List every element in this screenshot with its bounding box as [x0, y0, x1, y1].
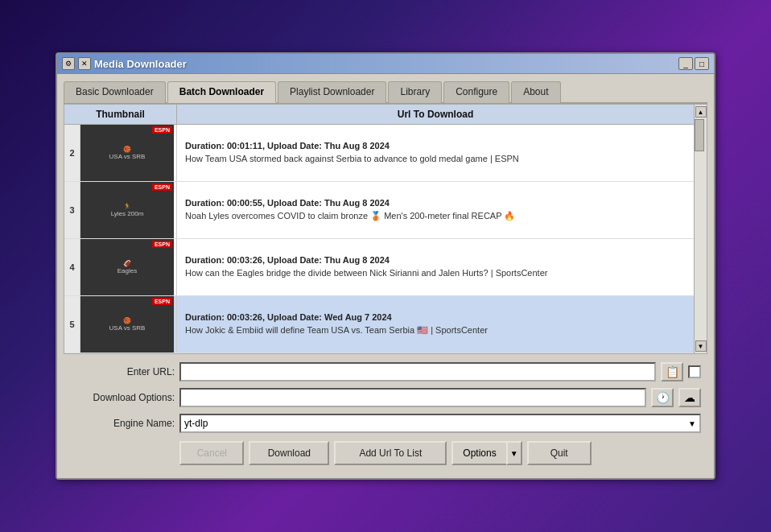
table-body: 2 ESPN 🏀USA vs SRB Duration: 00:01:11, U…	[64, 125, 694, 353]
scroll-area	[695, 118, 707, 340]
tab-configure[interactable]: Configure	[443, 81, 509, 103]
cancel-button[interactable]: Cancel	[179, 441, 244, 465]
content-area: Basic Downloader Batch Downloader Playli…	[57, 74, 714, 478]
table-header: Thumbnail Url To Download	[64, 105, 694, 125]
download-button[interactable]: Download	[249, 441, 329, 465]
row-duration: Duration: 00:01:11, Upload Date: Thu Aug…	[185, 141, 686, 151]
quit-button[interactable]: Quit	[527, 441, 592, 465]
add-to-list-button[interactable]: Add Url To List	[334, 441, 447, 465]
row-thumb-area: 5 ESPN 🏀USA vs SRB	[64, 296, 177, 353]
options-button-group: Options ▼	[451, 441, 522, 465]
thumbnail-image: ESPN 🏀USA vs SRB	[80, 296, 174, 353]
thumbnail-image: ESPN 🏃Lyles 200m	[80, 182, 174, 238]
engine-value: yt-dlp	[184, 418, 208, 429]
url-label: Enter URL:	[70, 366, 175, 377]
row-number: 4	[64, 239, 80, 295]
window-title: Media Downloader	[94, 58, 187, 70]
table-row[interactable]: 5 ESPN 🏀USA vs SRB Duration: 00:03:26, U…	[64, 296, 694, 353]
row-title: Noah Lyles overcomes COVID to claim bron…	[185, 210, 686, 221]
row-thumb-area: 3 ESPN 🏃Lyles 200m	[64, 182, 177, 238]
row-info: Duration: 00:01:11, Upload Date: Thu Aug…	[177, 125, 694, 181]
table-row[interactable]: 4 ESPN 🏈Eagles Duration: 00:03:26, Uploa…	[64, 239, 694, 296]
engine-label: Engine Name:	[70, 418, 175, 429]
url-input[interactable]	[179, 362, 656, 381]
batch-table: Thumbnail Url To Download 2 ESPN 🏀USA vs…	[64, 104, 707, 354]
download-options-label: Download Options:	[70, 392, 175, 403]
table-container: Thumbnail Url To Download 2 ESPN 🏀USA vs…	[64, 105, 694, 353]
thumb-placeholder: ESPN 🏀USA vs SRB	[80, 125, 174, 181]
window-icon-btn[interactable]: ⚙	[62, 57, 75, 70]
download-options-row: Download Options: 🕐 ☁	[70, 388, 701, 407]
row-title: How Jokic & Embiid will define Team USA …	[185, 324, 686, 336]
url-checkbox[interactable]	[688, 365, 701, 378]
row-number: 5	[64, 296, 80, 353]
tab-playlist[interactable]: Playlist Downloader	[278, 81, 386, 103]
row-info: Duration: 00:03:26, Upload Date: Thu Aug…	[177, 239, 694, 295]
title-bar-controls: _ □	[678, 57, 709, 70]
row-number: 3	[64, 182, 80, 238]
row-number: 2	[64, 125, 80, 181]
col-thumbnail: Thumbnail	[64, 105, 177, 124]
row-duration: Duration: 00:03:26, Upload Date: Wed Aug…	[185, 312, 686, 322]
row-thumb-area: 2 ESPN 🏀USA vs SRB	[64, 125, 177, 181]
clipboard-btn[interactable]: 📋	[661, 362, 683, 381]
form-area: Enter URL: 📋 Download Options: 🕐 ☁ Engin…	[64, 354, 707, 441]
engine-select[interactable]: yt-dlp ▼	[179, 414, 701, 433]
thumb-placeholder: ESPN 🏀USA vs SRB	[80, 296, 174, 353]
select-arrow-icon: ▼	[688, 419, 696, 428]
download-options-input[interactable]	[179, 388, 646, 407]
thumbnail-image: ESPN 🏈Eagles	[80, 239, 174, 295]
col-url: Url To Download	[177, 105, 694, 124]
thumb-placeholder: ESPN 🏈Eagles	[80, 239, 174, 295]
title-bar: ⚙ ✕ Media Downloader _ □	[57, 54, 714, 74]
tab-library[interactable]: Library	[388, 81, 442, 103]
scrollbar[interactable]: ▲ ▼	[694, 105, 707, 353]
close-btn[interactable]: ✕	[78, 57, 91, 70]
table-row[interactable]: 3 ESPN 🏃Lyles 200m Duration: 00:00:55, U…	[64, 182, 694, 239]
table-row[interactable]: 2 ESPN 🏀USA vs SRB Duration: 00:01:11, U…	[64, 125, 694, 182]
row-info: Duration: 00:00:55, Upload Date: Thu Aug…	[177, 182, 694, 238]
tab-bar: Basic Downloader Batch Downloader Playli…	[64, 80, 707, 104]
minimize-btn[interactable]: _	[678, 57, 693, 70]
history-btn[interactable]: 🕐	[651, 388, 674, 407]
options-dropdown-btn[interactable]: ▼	[506, 441, 522, 465]
thumbnail-image: ESPN 🏀USA vs SRB	[80, 125, 174, 181]
tab-about[interactable]: About	[511, 81, 560, 103]
url-row: Enter URL: 📋	[70, 362, 701, 381]
sync-btn[interactable]: ☁	[678, 388, 701, 407]
scroll-thumb[interactable]	[695, 119, 704, 151]
options-button[interactable]: Options	[451, 441, 505, 465]
row-duration: Duration: 00:00:55, Upload Date: Thu Aug…	[185, 198, 686, 208]
thumb-placeholder: ESPN 🏃Lyles 200m	[80, 182, 174, 238]
maximize-btn[interactable]: □	[695, 57, 709, 70]
scroll-down-btn[interactable]: ▼	[695, 340, 707, 352]
row-title: How can the Eagles bridge the divide bet…	[185, 267, 686, 278]
tab-batch[interactable]: Batch Downloader	[167, 81, 276, 103]
scroll-up-btn[interactable]: ▲	[695, 106, 707, 118]
button-row: Cancel Download Add Url To List Options …	[64, 441, 707, 472]
row-duration: Duration: 00:03:26, Upload Date: Thu Aug…	[185, 255, 686, 265]
row-thumb-area: 4 ESPN 🏈Eagles	[64, 239, 177, 295]
main-window: ⚙ ✕ Media Downloader _ □ Basic Downloade…	[56, 52, 715, 480]
row-title: How Team USA stormed back against Serbia…	[185, 153, 686, 164]
engine-row: Engine Name: yt-dlp ▼	[70, 414, 701, 433]
row-info: Duration: 00:03:26, Upload Date: Wed Aug…	[177, 296, 694, 353]
tab-basic[interactable]: Basic Downloader	[64, 81, 166, 103]
title-bar-left: ⚙ ✕ Media Downloader	[62, 57, 187, 70]
